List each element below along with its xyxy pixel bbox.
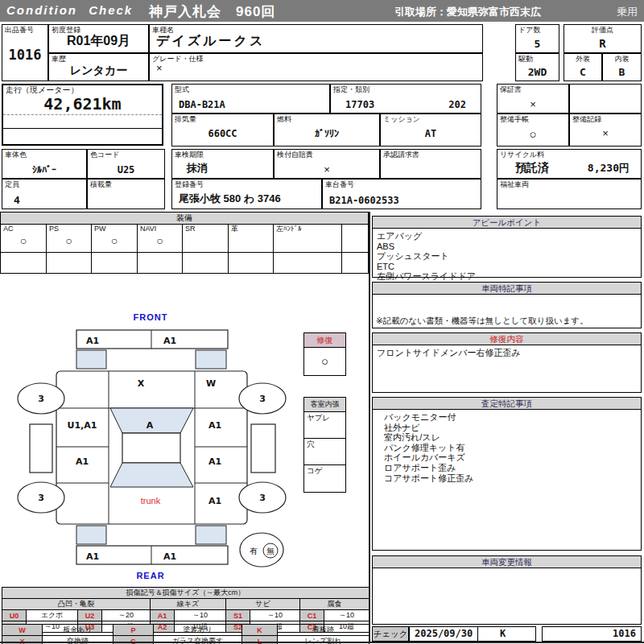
inspector-initial: K [500,627,506,641]
side-strip-left [30,424,52,473]
front-bumper [76,330,228,349]
class-number: 202 [448,99,466,110]
section-change-info: 車両変更情報 [372,555,642,625]
equipment-row-empty [1,252,368,273]
brand-logo: Condition Check [6,3,133,17]
check-date: 2025/09/30 [415,627,473,641]
repair-flag-box: 修復 ○ [303,332,346,376]
score-value: R [564,37,641,50]
mileage-cell: 走行（現メーター） 42,621km [2,84,163,146]
title-bar: Condition Check 神戸入札会 960回 引取場所：愛知県弥富市西末… [0,0,644,22]
damage-mark: 3 [259,493,266,503]
grade-cell: グレード・仕様 × [149,53,483,81]
equip-lhd: 左ﾊﾝﾄﾞﾙ [274,225,342,252]
damage-mark: 3 [38,394,44,404]
equipment-row: AC○ PS○ PW○ NAVI○ SR 革 左ﾊﾝﾄﾞﾙ [1,225,368,252]
front-pillar-left [76,350,106,369]
damage-mark: A1 [86,336,99,346]
auction-sheet: Condition Check 神戸入札会 960回 引取場所：愛知県弥富市西末… [0,0,644,644]
cabin-row-tear: ヤブレ [304,412,345,439]
equipment-table: 装備 AC○ PS○ PW○ NAVI○ SR 革 左ﾊﾝﾄﾞﾙ [0,212,369,274]
divider [3,128,162,129]
check-label-cell: チェック [372,626,409,642]
divider [477,627,478,641]
damage-mark: A1 [163,336,176,346]
damage-mark: A1 [86,551,99,562]
legend-row: W板金あり P塗装あり K看板跡 [2,625,369,636]
equip-pw: PW○ [92,225,138,252]
vehicle-category: 乗用 [617,5,638,19]
trunk-label: trunk [141,496,161,506]
front-pillar-right [196,350,226,369]
damage-mark: A1 [163,551,176,562]
rear-pillar-left [76,526,106,544]
damage-mark: W [206,378,216,389]
chassis-number-cell: 車台番号 B21A-0602533 [322,179,481,209]
equipment-title: 装備 [1,213,368,225]
fuel-cell: 燃料 ｶﾞｿﾘﾝ [274,114,380,147]
check-date-box: 2025/09/30 K [409,626,536,642]
section-appeal-points: アピールポイント エアバッグ ABS プッシュスタート ETC 左側パワースライ… [372,216,642,278]
cabin-row-hole: 穴 [304,439,345,465]
recycle-fee: 8,230円 [588,161,630,175]
lot-number-cell: 出品番号 1016 [2,24,48,81]
car-damage-diagram: FRONT A1 A1 X W U1,A1 A A1 A1 A1 trunk A… [12,310,294,584]
damage-mark: A1 [208,420,221,431]
damage-mark: A1 [208,496,221,506]
exterior-grade-cell: 外装 C [564,53,602,81]
doors-cell: ドア数 5 [515,24,559,53]
score-cell: 評価点 R [564,24,642,53]
mileage-value: 42,621km [3,94,162,114]
model-name-cell: 車種名 デイズルークス [149,24,483,53]
divider [3,114,162,115]
front-label: FRONT [134,312,168,322]
equip-ps: PS○ [47,225,92,252]
registration-number-cell: 登録番号 尾張小牧 580 わ 3746 [171,179,322,209]
svg-text:無: 無 [266,547,275,555]
footer-lot-number: 1016 [613,627,636,641]
equip-navi: NAVI○ [138,225,183,252]
approval-request-cell: 承認請求書 [380,149,481,179]
rear-label: REAR [136,571,164,580]
repair-flag-value: ○ [304,348,345,368]
recycle-status: 預託済 [515,161,549,175]
rear-pillar-right [196,526,226,544]
drive-cell: 駆動 2WD [515,53,559,81]
legend-groups: 凸凹・亀裂 線キズ サビ 腐食 [2,599,369,610]
color-code-cell: 色コード U25 [87,149,165,179]
section-repair-details: 修復内容 フロントサイドメンバー右修正歪み [372,332,642,393]
cabin-row-burn: コゲ [304,465,345,492]
damage-mark: X [138,378,145,389]
side-strip-right [251,424,275,473]
cabin-interior-box: 客室内張 ヤブレ 穴 コゲ [303,397,346,493]
roof [122,433,180,463]
equip-extra [342,225,368,252]
equip-sr: SR [183,225,229,252]
disclaimer-note: ※記載のない書類・機器等は無しとして取り扱います。 [376,316,638,326]
legend-title: 損傷記号＆損傷サイズ（～最大cm） [2,588,369,599]
welfare-vehicle-cell: 福祉車両 [497,179,642,209]
load-cell: 積載量 [87,179,165,209]
inspection-cell: 車検期限 抹消 [171,149,274,179]
type-class-cell: 指定・類別 17703 202 [330,84,481,114]
model-code-cell: 型式 DBA-B21A [171,84,330,114]
damage-mark: A [147,420,154,431]
body-color-cell: 車体色 ｼﾙﾊﾞｰ [2,149,87,179]
section-vehicle-notes: 車両特記事項 ※記載のない書類・機器等は無しとして取り扱います。 [372,282,642,328]
section-assessment-notes: 査定特記事項 バックモニター付 社外ナビ 室内汚れ/スレ パンク修理キット有 ホ… [372,397,642,551]
capacity-cell: 定員 4 [2,179,87,209]
damage-mark: 3 [259,394,266,404]
blank-cell [569,84,642,114]
damage-mark: A1 [208,456,221,467]
history-cell: 車歴 レンタカー [48,53,149,81]
displacement-cell: 排気量 660CC [171,114,274,147]
damage-mark: A1 [76,456,89,467]
damage-mark: 3 [38,493,44,503]
interior-grade-cell: 内装 B [602,53,642,81]
column-divider [369,212,370,642]
svg-text:有: 有 [250,547,258,555]
rear-window [110,463,193,487]
bottom-rule [0,642,644,643]
warranty-cell: 保証書 × [497,84,569,114]
equip-leather: 革 [229,225,274,252]
